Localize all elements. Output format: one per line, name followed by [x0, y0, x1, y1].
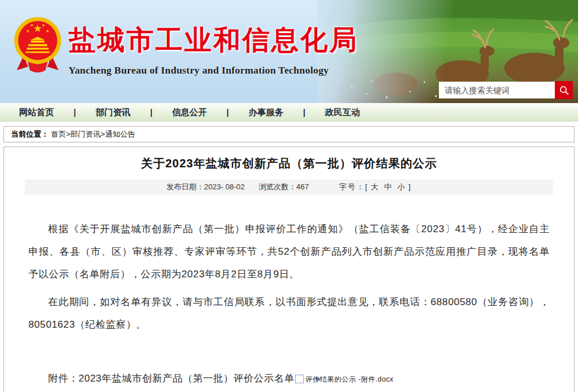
article-paragraph: 根据《关于开展盐城市创新产品（第一批）申报评价工作的通知》（盐工信装备〔2023…: [28, 218, 550, 285]
font-size-large[interactable]: 大: [370, 182, 379, 191]
nav-item-services[interactable]: 办事服务: [249, 107, 283, 118]
nav-separator: |: [227, 108, 229, 117]
article-body: 根据《关于开展盐城市创新产品（第一批）申报评价工作的通知》（盐工信装备〔2023…: [28, 218, 550, 336]
search-button[interactable]: [555, 81, 573, 99]
search-bar: [439, 81, 573, 99]
view-count-label: 浏览次数：: [259, 182, 296, 191]
nav-item-interaction[interactable]: 政民互动: [325, 107, 360, 118]
nav-separator: |: [303, 108, 306, 117]
site-title: 盐城市工业和信息化局: [68, 22, 358, 58]
font-size-control: 字号：[大中小]: [339, 182, 412, 192]
nav-item-info-disclosure[interactable]: 信息公开: [172, 107, 207, 118]
national-emblem-icon: ★ ★ ★ ★ ★: [12, 13, 64, 78]
breadcrumb: 当前位置： 首页>部门资讯>通知公告: [3, 126, 575, 142]
article-container: 关于2023年盐城市创新产品（第一批）评价结果的公示 发布日期：2023- 08…: [3, 146, 575, 392]
attachment-prefix: 附件：: [48, 373, 79, 384]
font-size-medium[interactable]: 中: [384, 182, 392, 191]
word-doc-icon: W: [295, 375, 304, 383]
header-banner: ★ ★ ★ ★ ★ 盐城市工业和信息化局 Yancheng Bureau of …: [0, 0, 578, 103]
svg-text:★: ★: [42, 23, 45, 28]
svg-text:★: ★: [33, 24, 42, 35]
main-nav: 网站首页 | 部门资讯 | 信息公开 | 办事服务 | 政民互动: [0, 104, 578, 122]
font-size-bracket-close: ]: [408, 182, 412, 191]
attachment-row: 附件：2023年盐城市创新产品（第一批）评价公示名单W评价结果的公示 -附件.d…: [28, 372, 550, 385]
font-size-label: 字号：[: [339, 182, 369, 191]
nav-item-home[interactable]: 网站首页: [19, 107, 54, 118]
attachment-link[interactable]: 2023年盐城市创新产品（第一批）评价公示名单: [79, 373, 295, 384]
nav-separator: |: [150, 108, 152, 117]
breadcrumb-path[interactable]: 首页>部门资讯>通知公告: [51, 129, 135, 140]
article-paragraph: 在此期间，如对名单有异议，请与市工信局联系，以书面形式提出意见，联系电话：688…: [28, 291, 550, 336]
view-count-value: 467: [296, 182, 309, 191]
attachment-filename[interactable]: 评价结果的公示 -附件.docx: [306, 375, 394, 383]
svg-text:★: ★: [46, 28, 49, 34]
publish-date-label: 发布日期：: [166, 182, 204, 191]
svg-text:★: ★: [30, 23, 34, 28]
site-subtitle: Yancheng Bureau of Industry and Informat…: [68, 64, 358, 76]
nav-separator: |: [74, 108, 76, 117]
breadcrumb-label: 当前位置：: [11, 129, 49, 140]
font-size-small[interactable]: 小: [397, 182, 406, 191]
article-meta-bar: 发布日期：2023- 08-02 浏览次数：467 字号：[大中小]: [25, 179, 553, 195]
svg-text:★: ★: [26, 28, 30, 34]
view-count: 浏览次数：467: [259, 182, 309, 192]
article-title: 关于2023年盐城市创新产品（第一批）评价结果的公示: [4, 156, 574, 171]
publish-date: 发布日期：2023- 08-02: [166, 182, 245, 192]
search-icon: [559, 85, 569, 96]
publish-date-value: 2023- 08-02: [204, 182, 245, 191]
nav-item-department-news[interactable]: 部门资讯: [96, 107, 130, 118]
search-input[interactable]: [439, 82, 555, 98]
